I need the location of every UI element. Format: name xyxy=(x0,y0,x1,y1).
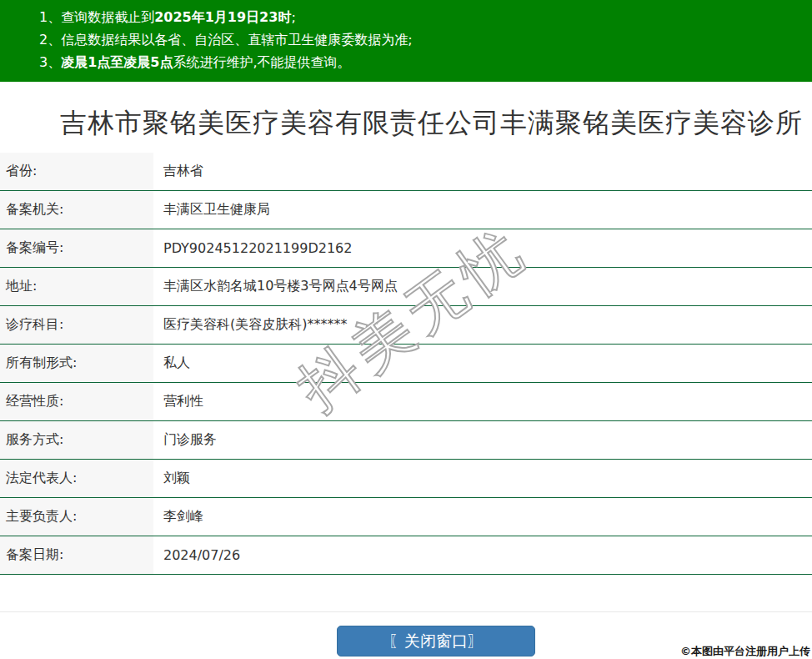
notice-2-text: 信息数据结果以各省、自治区、直辖市卫生健康委数据为准; xyxy=(61,32,412,48)
field-value: 门诊服务 xyxy=(153,431,217,449)
table-row-ownership-form: 所有制形式: 私人 xyxy=(0,345,812,383)
record-info-table: 省份: 吉林省 备案机关: 丰满区卫生健康局 备案编号: PDY90245122… xyxy=(0,153,812,575)
table-row-business-nature: 经营性质: 营利性 xyxy=(0,383,812,421)
field-label: 经营性质: xyxy=(0,383,153,420)
notice-3-maintenance-hours: 凌晨1点至凌晨5点 xyxy=(61,54,173,70)
field-label: 主要负责人: xyxy=(0,498,153,536)
field-label: 地址: xyxy=(0,268,153,305)
table-row-record-authority: 备案机关: 丰满区卫生健康局 xyxy=(0,191,812,229)
field-label: 备案日期: xyxy=(0,536,153,574)
notice-1-text: 查询数据截止到 xyxy=(61,9,154,25)
notice-line-3: 3、凌晨1点至凌晨5点系统进行维护,不能提供查询。 xyxy=(39,51,812,73)
field-value: 刘颖 xyxy=(153,470,190,487)
notice-2-number: 2、 xyxy=(39,32,61,48)
footer-divider xyxy=(0,611,812,612)
field-value: 营利性 xyxy=(153,393,203,410)
table-row-legal-representative: 法定代表人: 刘颖 xyxy=(0,460,812,498)
table-row-record-date: 备案日期: 2024/07/26 xyxy=(0,536,812,575)
field-label: 诊疗科目: xyxy=(0,306,153,344)
field-label: 省份: xyxy=(0,153,153,190)
notice-banner: 1、查询数据截止到2025年1月19日23时; 2、信息数据结果以各省、自治区、… xyxy=(0,0,812,82)
field-value: 吉林省 xyxy=(153,163,203,180)
notice-1-deadline: 2025年1月19日23时 xyxy=(154,9,291,25)
field-value: 丰满区水韵名城10号楼3号网点4号网点 xyxy=(153,278,398,295)
field-label: 备案机关: xyxy=(0,191,153,229)
field-value: 医疗美容科(美容皮肤科)****** xyxy=(153,316,347,334)
notice-line-2: 2、信息数据结果以各省、自治区、直辖市卫生健康委数据为准; xyxy=(39,28,812,51)
field-value: 丰满区卫生健康局 xyxy=(153,201,270,219)
field-value: 私人 xyxy=(153,355,190,372)
notice-1-punct: ; xyxy=(291,9,295,25)
notice-3-number: 3、 xyxy=(39,54,61,70)
field-value: 2024/07/26 xyxy=(153,547,240,563)
image-attribution-note: ©本图由平台注册用户上传 xyxy=(680,644,810,659)
field-value: 李剑峰 xyxy=(153,508,203,526)
table-row-province: 省份: 吉林省 xyxy=(0,153,812,191)
notice-3-text: 系统进行维护,不能提供查询。 xyxy=(173,54,350,70)
table-row-service-mode: 服务方式: 门诊服务 xyxy=(0,421,812,460)
field-value: PDY90245122021199D2162 xyxy=(153,240,352,256)
table-row-record-number: 备案编号: PDY90245122021199D2162 xyxy=(0,229,812,268)
notice-line-1: 1、查询数据截止到2025年1月19日23时; xyxy=(39,6,812,28)
table-row-address: 地址: 丰满区水韵名城10号楼3号网点4号网点 xyxy=(0,268,812,306)
page-title: 吉林市聚铭美医疗美容有限责任公司丰满聚铭美医疗美容诊所 xyxy=(60,109,803,136)
close-window-button[interactable]: 〖关闭窗口〗 xyxy=(337,626,535,656)
table-row-principal: 主要负责人: 李剑峰 xyxy=(0,498,812,536)
field-label: 备案编号: xyxy=(0,229,153,267)
notice-1-number: 1、 xyxy=(39,9,61,25)
field-label: 服务方式: xyxy=(0,421,153,459)
field-label: 法定代表人: xyxy=(0,460,153,497)
field-label: 所有制形式: xyxy=(0,345,153,382)
table-row-treatment-subjects: 诊疗科目: 医疗美容科(美容皮肤科)****** xyxy=(0,306,812,345)
